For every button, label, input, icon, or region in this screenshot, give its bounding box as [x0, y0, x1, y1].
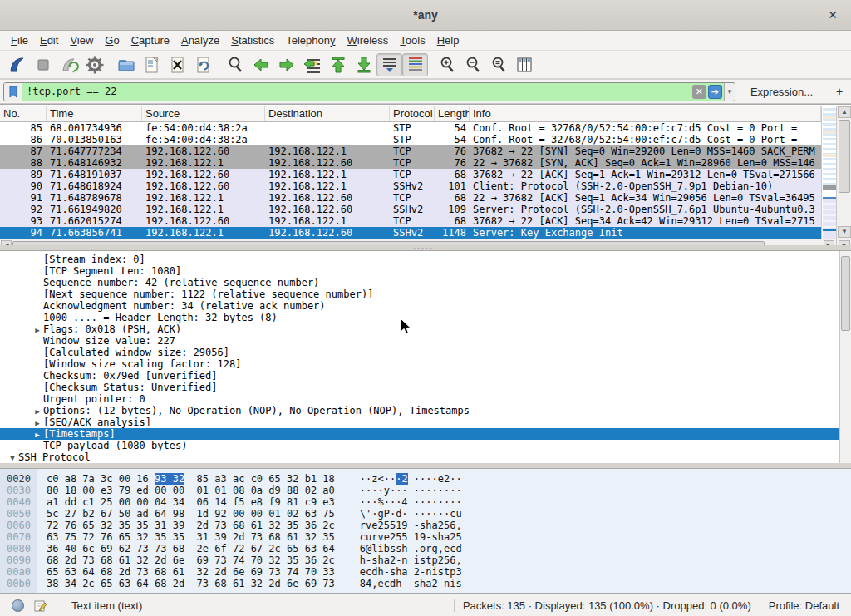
- detail-line[interactable]: 1000 .... = Header Length: 32 bytes (8): [0, 312, 851, 323]
- hex-row-0090[interactable]: 009068 2d 73 68 61 32 2d 6e 69 73 74 70 …: [0, 554, 851, 566]
- auto-scroll-button[interactable]: [376, 53, 402, 76]
- menu-analyze[interactable]: Analyze: [175, 32, 225, 48]
- hex-row-0060[interactable]: 006072 76 65 32 35 35 31 39 2d 73 68 61 …: [0, 520, 851, 531]
- packet-list-header[interactable]: No.TimeSourceDestinationProtocolLengthIn…: [0, 106, 821, 122]
- details-vertical-scrollbar[interactable]: [839, 251, 851, 467]
- save-file-button[interactable]: [139, 53, 165, 76]
- detail-line[interactable]: [Stream index: 0]: [0, 254, 851, 265]
- filter-clear-button[interactable]: ✕: [692, 85, 706, 99]
- hex-row-0040[interactable]: 0040a1 dd c1 25 00 00 04 34 06 14 f5 e8 …: [0, 496, 851, 508]
- profile-status[interactable]: Profile: Default: [769, 599, 839, 612]
- detail-line[interactable]: [Next sequence number: 1122 (relative se…: [0, 288, 851, 300]
- detail-line[interactable]: ▶[SEQ/ACK analysis]: [0, 416, 851, 428]
- filter-apply-button[interactable]: ➔: [708, 85, 722, 99]
- expression-button[interactable]: Expression...: [750, 86, 813, 98]
- hex-row-0020[interactable]: 0020c0 a8 7a 3c 00 16 93 32 85 a3 ac c0 …: [0, 473, 851, 485]
- packet-row-88[interactable]: 8871.648146932192.168.122.1192.168.122.6…: [0, 157, 821, 169]
- expander-closed-icon[interactable]: ▶: [32, 417, 43, 429]
- detail-line[interactable]: [Calculated window size: 29056]: [0, 347, 851, 358]
- column-header-length[interactable]: Length: [435, 106, 470, 121]
- filter-add-button[interactable]: +: [831, 85, 848, 98]
- detail-line[interactable]: Urgent pointer: 0: [0, 393, 851, 405]
- packet-list-vertical-scrollbar[interactable]: ▲ ▼: [836, 106, 851, 239]
- detail-line[interactable]: ▶Options: (12 bytes), No-Operation (NOP)…: [0, 405, 851, 416]
- go-forward-button[interactable]: [273, 53, 299, 76]
- detail-line[interactable]: TCP payload (1080 bytes): [0, 440, 851, 451]
- menu-go[interactable]: Go: [99, 32, 125, 48]
- detail-line[interactable]: Window size value: 227: [0, 335, 851, 347]
- hex-row-00b0[interactable]: 00b038 34 2c 65 63 64 68 2d 73 68 61 32 …: [0, 578, 851, 589]
- go-first-button[interactable]: [325, 53, 351, 76]
- menu-statistics[interactable]: Statistics: [225, 32, 280, 48]
- column-header-protocol[interactable]: Protocol: [390, 106, 435, 121]
- detail-line[interactable]: [Window size scaling factor: 128]: [0, 358, 851, 370]
- detail-line[interactable]: ▶Flags: 0x018 (PSH, ACK): [0, 323, 851, 335]
- window-close-icon[interactable]: ✕: [824, 7, 841, 23]
- zoom-in-button[interactable]: [434, 53, 460, 76]
- intelligent-scrollbar-minimap[interactable]: [821, 106, 836, 239]
- close-file-button[interactable]: [165, 53, 190, 76]
- menu-tools[interactable]: Tools: [394, 32, 430, 48]
- zoom-out-button[interactable]: [460, 53, 485, 76]
- packet-bytes-pane[interactable]: 0020c0 a8 7a 3c 00 16 93 32 85 a3 ac c0 …: [0, 468, 851, 594]
- menu-capture[interactable]: Capture: [125, 32, 175, 48]
- column-header-no[interactable]: No.: [0, 106, 47, 121]
- menu-view[interactable]: View: [64, 32, 99, 48]
- detail-line[interactable]: Acknowledgment number: 34 (relative ack …: [0, 300, 851, 312]
- packet-row-94[interactable]: 9471.663856741192.168.122.1192.168.122.6…: [0, 227, 821, 239]
- stop-capture-button[interactable]: [30, 53, 56, 76]
- zoom-reset-button[interactable]: [485, 53, 511, 76]
- menu-file[interactable]: File: [5, 32, 34, 48]
- packet-row-92[interactable]: 9271.661949820192.168.122.1192.168.122.6…: [0, 204, 821, 215]
- hex-row-0050[interactable]: 00505c 27 b2 67 50 ad 64 98 1d 92 00 00 …: [0, 508, 851, 520]
- display-filter-input[interactable]: [22, 83, 692, 101]
- detail-line[interactable]: Sequence number: 42 (relative sequence n…: [0, 277, 851, 288]
- filter-bookmark-button[interactable]: [4, 82, 22, 101]
- detail-line[interactable]: Checksum: 0x79ed [unverified]: [0, 370, 851, 382]
- packet-row-90[interactable]: 9071.648618924192.168.122.60192.168.122.…: [0, 180, 821, 192]
- scrollbar-thumb[interactable]: [841, 256, 850, 331]
- column-header-destination[interactable]: Destination: [265, 106, 390, 121]
- expander-closed-icon[interactable]: ▶: [32, 324, 43, 336]
- find-packet-button[interactable]: [222, 53, 248, 76]
- packet-row-85[interactable]: 8568.001734936fe:54:00:d4:38:2aSTP54Conf…: [0, 122, 821, 134]
- packet-row-86[interactable]: 8670.013850163fe:54:00:d4:38:2aSTP54Conf…: [0, 134, 821, 145]
- packet-row-91[interactable]: 9171.648789678192.168.122.1192.168.122.6…: [0, 192, 821, 204]
- resize-columns-button[interactable]: [511, 53, 537, 76]
- hex-row-0080[interactable]: 008036 40 6c 69 62 73 73 68 2e 6f 72 67 …: [0, 543, 851, 554]
- column-header-info[interactable]: Info: [470, 106, 821, 121]
- expert-info-icon[interactable]: [12, 599, 24, 612]
- menu-wireless[interactable]: Wireless: [342, 32, 395, 48]
- expander-closed-icon[interactable]: ▶: [32, 429, 43, 441]
- detail-line[interactable]: [Checksum Status: Unverified]: [0, 382, 851, 393]
- scroll-down-icon[interactable]: ▼: [838, 226, 851, 238]
- open-file-button[interactable]: [113, 53, 139, 76]
- menu-help[interactable]: Help: [431, 32, 465, 48]
- packet-row-93[interactable]: 9371.662015274192.168.122.60192.168.122.…: [0, 215, 821, 227]
- restart-capture-button[interactable]: [56, 53, 81, 76]
- filter-history-dropdown[interactable]: ▼: [724, 83, 735, 101]
- reload-file-button[interactable]: [190, 53, 216, 76]
- hex-row-0070[interactable]: 007063 75 72 76 65 32 35 35 31 39 2d 73 …: [0, 531, 851, 543]
- packet-row-89[interactable]: 8971.648191037192.168.122.60192.168.122.…: [0, 169, 821, 180]
- start-capture-button[interactable]: [4, 53, 30, 76]
- hex-row-0030[interactable]: 003080 18 00 e3 79 ed 00 00 01 01 08 0a …: [0, 485, 851, 496]
- hex-row-00a0[interactable]: 00a065 63 64 68 2d 73 68 61 32 2d 6e 69 …: [0, 566, 851, 578]
- menu-telephony[interactable]: Telephony: [280, 32, 341, 48]
- expander-open-icon[interactable]: ▼: [7, 452, 18, 464]
- go-to-packet-button[interactable]: [299, 53, 325, 76]
- column-header-time[interactable]: Time: [47, 106, 142, 121]
- go-back-button[interactable]: [248, 53, 273, 76]
- packet-row-87[interactable]: 8771.647777234192.168.122.60192.168.122.…: [0, 145, 821, 157]
- colorize-button[interactable]: [402, 53, 428, 76]
- capture-comment-icon[interactable]: [34, 599, 47, 612]
- detail-line[interactable]: [TCP Segment Len: 1080]: [0, 265, 851, 277]
- capture-options-button[interactable]: [81, 53, 107, 76]
- scroll-up-icon[interactable]: ▲: [838, 106, 851, 118]
- detail-line[interactable]: ▶[Timestamps]: [0, 428, 851, 440]
- expander-closed-icon[interactable]: ▶: [32, 406, 43, 417]
- column-header-source[interactable]: Source: [142, 106, 265, 121]
- menu-edit[interactable]: Edit: [34, 32, 64, 48]
- scrollbar-thumb[interactable]: [839, 120, 850, 193]
- go-last-button[interactable]: [351, 53, 376, 76]
